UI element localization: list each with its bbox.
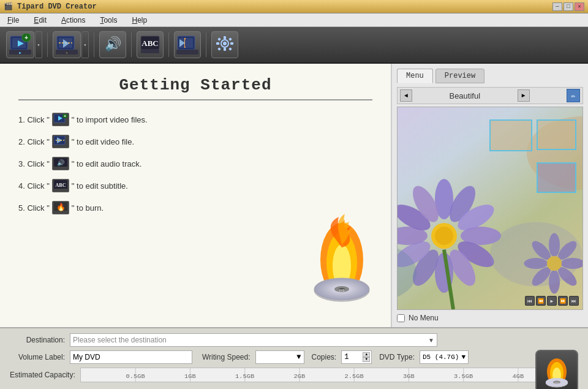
step-2-icon	[52, 135, 69, 148]
svg-text:1.5GB: 1.5GB	[235, 374, 255, 380]
separator-2	[94, 32, 94, 57]
tab-preview[interactable]: Preview	[435, 69, 484, 83]
playback-controls: ⏮ ⏪ ▶ ⏩ ⏭	[525, 296, 579, 306]
svg-rect-32	[228, 47, 232, 51]
divider	[18, 99, 372, 100]
window-controls: ─ □ ✕	[552, 2, 584, 11]
writing-speed-label: Writing Speed:	[202, 353, 251, 361]
menu-actions[interactable]: Actions	[56, 15, 90, 26]
menu-selector: ◄ Beautiful ► ✏	[397, 87, 583, 104]
capacity-row: Estimated Capacity: 0.5GB 1GB 1.5GB 2GB …	[10, 368, 578, 382]
separator-3	[131, 32, 132, 57]
title-bar: 🎬 Tipard DVD Creator ─ □ ✕	[0, 0, 588, 13]
burn-button[interactable]: DVD	[535, 350, 578, 389]
menu-bar: File Edit Actions Tools Help	[0, 13, 588, 27]
edit-audio-button[interactable]: 🔊	[99, 31, 126, 58]
svg-rect-25	[224, 36, 226, 39]
step-2: 2. Click " " to edit video file.	[18, 135, 372, 148]
volume-row: Volume Label: Writing Speed: ▼ Copies: 1…	[10, 350, 578, 364]
menu-help[interactable]: Help	[127, 15, 152, 26]
menu-edit[interactable]: Edit	[29, 15, 51, 26]
svg-rect-26	[224, 48, 226, 51]
svg-text:ABC: ABC	[141, 39, 158, 48]
capacity-label: Estimated Capacity:	[10, 371, 75, 379]
svg-text:✎: ✎	[66, 51, 67, 55]
writing-speed-select[interactable]: ▼	[255, 350, 304, 364]
svg-text:2GB: 2GB	[293, 374, 305, 380]
svg-rect-22	[176, 50, 198, 55]
dvd-type-select[interactable]: D5 (4.7G) ▼	[420, 350, 469, 364]
copies-increment[interactable]: ▲	[363, 352, 370, 357]
svg-text:+: +	[24, 35, 28, 42]
no-menu-checkbox[interactable]	[397, 314, 405, 322]
app-icon: 🎬	[4, 2, 13, 12]
playback-fast-forward[interactable]: ⏩	[558, 296, 568, 306]
menu-preview-area: ⏮ ⏪ ▶ ⏩ ⏭	[397, 107, 583, 310]
copies-spinners: ▲ ▼	[363, 352, 370, 362]
step-4: 4. Click " ABC " to edit subtitle.	[18, 179, 372, 192]
menu-tools[interactable]: Tools	[95, 15, 122, 26]
svg-point-24	[223, 42, 227, 45]
playback-rewind[interactable]: ⏪	[536, 296, 546, 306]
edit-video-button[interactable]: ✎	[53, 31, 81, 58]
svg-rect-27	[216, 42, 219, 45]
maximize-button[interactable]: □	[564, 2, 573, 11]
menu-name-label: Beautiful	[449, 91, 480, 100]
svg-text:3.5GB: 3.5GB	[454, 374, 473, 380]
edit-menu-button[interactable]: ✏	[567, 89, 580, 102]
copies-value: 1	[343, 353, 350, 361]
svg-text:▶: ▶	[19, 51, 21, 55]
playback-play[interactable]: ▶	[547, 296, 557, 306]
no-menu-option: No Menu	[397, 314, 583, 322]
svg-text:4GB: 4GB	[512, 374, 524, 380]
svg-text:3GB: 3GB	[403, 374, 415, 380]
copies-decrement[interactable]: ▼	[363, 357, 370, 362]
edit-subtitle-button[interactable]: ABC	[137, 31, 164, 58]
playback-skip-forward[interactable]: ⏭	[569, 296, 579, 306]
writing-speed-arrow: ▼	[296, 353, 301, 361]
svg-text:1GB: 1GB	[184, 374, 196, 380]
capacity-bar: 0.5GB 1GB 1.5GB 2GB 2.5GB 3GB 3.5GB 4GB …	[80, 368, 578, 382]
menu-file[interactable]: File	[2, 15, 24, 26]
svg-text:🔥: 🔥	[56, 202, 65, 211]
close-button[interactable]: ✕	[575, 2, 584, 11]
menu-next-button[interactable]: ►	[518, 89, 530, 102]
svg-text:🔊: 🔊	[57, 159, 65, 167]
cut-button[interactable]	[174, 31, 201, 58]
separator-4	[168, 32, 169, 57]
import-video-dropdown[interactable]: ▾	[35, 31, 42, 58]
step-4-icon: ABC	[52, 179, 69, 192]
thumbnail-1	[489, 119, 532, 151]
volume-input[interactable]	[70, 350, 192, 364]
edit-video-dropdown[interactable]: ▾	[81, 31, 89, 58]
copies-input: 1 ▲ ▼	[341, 350, 372, 364]
no-menu-label: No Menu	[409, 314, 439, 322]
thumbnail-2	[537, 119, 576, 150]
bottom-panel: Destination: Please select the destinati…	[0, 327, 588, 389]
menu-prev-button[interactable]: ◄	[400, 89, 412, 102]
toolbar: ▶ + ▾ ✎ ▾ 🔊	[0, 27, 588, 64]
getting-started-panel: Getting Started 1. Click " + " to import…	[0, 64, 392, 327]
app-title: Tipard DVD Creator	[17, 2, 552, 11]
tab-menu[interactable]: Menu	[397, 69, 433, 83]
separator-5	[206, 32, 206, 57]
destination-select[interactable]: Please select the destination ▼	[70, 333, 437, 347]
svg-rect-28	[230, 42, 233, 45]
import-video-button[interactable]: ▶ +	[6, 31, 34, 58]
step-1: 1. Click " + " to import video files.	[18, 113, 372, 126]
tab-bar: Menu Preview	[397, 69, 583, 83]
playback-skip-back[interactable]: ⏮	[525, 296, 535, 306]
minimize-button[interactable]: ─	[552, 2, 562, 11]
dvd-type-value: D5 (4.7G)	[423, 353, 459, 361]
svg-text:+: +	[64, 114, 66, 118]
dvd-type-label: DVD Type:	[379, 353, 415, 361]
settings-button[interactable]	[211, 31, 238, 58]
destination-row: Destination: Please select the destinati…	[10, 333, 578, 347]
step-3-icon: 🔊	[52, 157, 69, 170]
step-5-icon: 🔥	[52, 201, 69, 214]
menu-preview-panel: Menu Preview ◄ Beautiful ► ✏	[392, 64, 588, 327]
svg-point-81	[490, 222, 582, 287]
svg-text:ABC: ABC	[55, 183, 66, 188]
copies-label: Copies:	[312, 353, 337, 361]
svg-point-68	[435, 227, 453, 245]
